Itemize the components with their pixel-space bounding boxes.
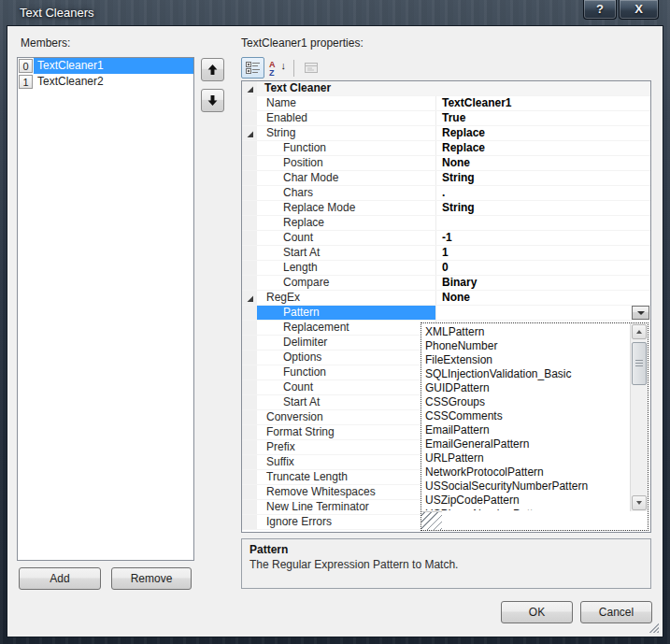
property-label: RegEx [257,291,435,305]
row-margin [242,141,257,155]
property-value[interactable]: Replace [435,141,650,155]
expander-icon[interactable] [242,126,257,140]
dropdown-item[interactable]: SQLInjectionValidation_Basic [422,367,630,381]
alphabetical-sort-icon: A Z ↓ [269,61,285,76]
property-value[interactable]: -1 [435,231,650,245]
remove-button[interactable]: Remove [111,567,192,590]
help-button[interactable]: ? [583,0,617,20]
property-value[interactable]: True [435,111,650,125]
members-listbox[interactable]: 0TextCleaner11TextCleaner2 [17,57,194,561]
property-value[interactable] [435,216,650,230]
property-label: Pattern [257,306,435,320]
dropdown-item[interactable]: URLPattern [422,451,630,465]
property-value[interactable]: None [435,156,650,170]
property-row[interactable]: Replace [242,216,650,231]
dropdown-item[interactable]: USPhoneNumberPattern [422,508,630,510]
title-bar[interactable]: Text Cleaners ? X [0,0,670,26]
dropdown-item[interactable]: USZipCodePattern [422,494,630,508]
close-icon: X [634,2,643,16]
row-margin [242,186,257,200]
property-value[interactable]: Binary [435,276,650,290]
dropdown-item[interactable]: XMLPattern [422,325,630,339]
row-margin [242,470,257,484]
dropdown-item[interactable]: CSSComments [422,409,630,423]
pattern-dropdown-list[interactable]: XMLPatternPhoneNumberFileExtensionSQLInj… [421,322,649,531]
property-label: Format String [257,425,435,439]
cancel-button[interactable]: Cancel [580,601,652,623]
row-margin [242,515,257,529]
dropdown-item[interactable]: PhoneNumber [422,339,630,353]
close-button[interactable]: X [619,0,659,20]
scrollbar-thumb[interactable] [632,342,647,385]
description-text: The Regular Expression Pattern to Match. [249,558,643,571]
row-margin [242,380,257,394]
property-value[interactable]: 0 [435,261,650,275]
dropdown-button[interactable] [632,306,649,320]
property-value[interactable]: Replace [435,126,650,140]
property-row[interactable]: FunctionReplace [242,141,650,156]
property-value[interactable]: . [435,186,650,200]
property-value[interactable]: None [435,291,650,305]
row-margin [242,321,257,335]
property-value[interactable]: 1 [435,246,650,260]
property-row[interactable]: Char ModeString [242,171,650,186]
property-row[interactable]: Count-1 [242,231,650,246]
dropdown-scrollbar[interactable] [630,323,648,511]
property-label: Conversion [257,410,435,424]
member-list-item[interactable]: 0TextCleaner1 [18,58,193,74]
dropdown-resize-grip-icon[interactable] [421,511,442,530]
property-label: Replacement [257,321,435,335]
ok-button[interactable]: OK [501,601,573,623]
property-row[interactable]: Chars. [242,186,650,201]
expander-icon[interactable] [242,81,257,95]
dropdown-item[interactable]: FileExtension [422,353,630,367]
property-row[interactable]: StringReplace [242,126,650,141]
property-row[interactable]: Length0 [242,261,650,276]
member-list-item[interactable]: 1TextCleaner2 [18,74,193,90]
scrollbar-grip-icon [635,360,643,367]
property-label: Options [257,351,435,365]
dropdown-item[interactable]: EmailGeneralPattern [422,437,630,451]
dropdown-item[interactable]: NetworkProtocolPattern [422,465,630,479]
category-row[interactable]: Text Cleaner [242,81,650,96]
property-value[interactable]: String [435,201,650,215]
alphabetical-sort-button[interactable]: A Z ↓ [265,57,289,79]
property-row[interactable]: RegExNone [242,291,650,306]
property-row[interactable]: Replace ModeString [242,201,650,216]
property-row[interactable]: CompareBinary [242,276,650,291]
property-label: Replace Mode [257,201,435,215]
row-margin [242,231,257,245]
property-row[interactable]: Pattern [242,306,650,321]
property-value[interactable] [435,306,650,320]
property-label: Position [257,156,435,170]
property-label: Name [257,96,435,110]
categorized-button[interactable] [241,57,264,79]
property-value[interactable]: TextCleaner1 [435,96,650,110]
property-description-panel: Pattern The Regular Expression Pattern t… [241,538,651,589]
property-row[interactable]: Start At1 [242,246,650,261]
move-up-button[interactable] [201,58,224,81]
toolbar-separator [293,60,294,77]
property-label: Count [257,380,435,394]
expander-icon[interactable] [242,291,257,305]
dropdown-item[interactable]: CSSGroups [422,395,630,409]
property-label: Delimiter [257,336,435,350]
property-label: New Line Terminator [257,500,435,514]
dropdown-item[interactable]: USSocialSecurityNumberPattern [422,479,630,494]
move-down-button[interactable] [201,89,224,112]
property-label: Text Cleaner [257,81,650,95]
property-value[interactable]: String [435,171,650,185]
categorized-icon [246,61,261,75]
property-row[interactable]: PositionNone [242,156,650,171]
property-label: Function [257,141,435,155]
add-button[interactable]: Add [19,567,101,590]
scroll-down-button[interactable] [632,495,647,510]
scroll-up-button[interactable] [632,324,647,339]
dropdown-item[interactable]: EmailPattern [422,423,630,437]
resize-grip-icon[interactable] [649,623,659,633]
text-cleaners-dialog: Text Cleaners ? X Members: TextCleaner1 … [0,0,670,644]
dropdown-item[interactable]: GUIDPattern [422,381,630,395]
member-name: TextCleaner1 [34,58,193,74]
property-row[interactable]: NameTextCleaner1 [242,96,650,111]
property-row[interactable]: EnabledTrue [242,111,650,126]
